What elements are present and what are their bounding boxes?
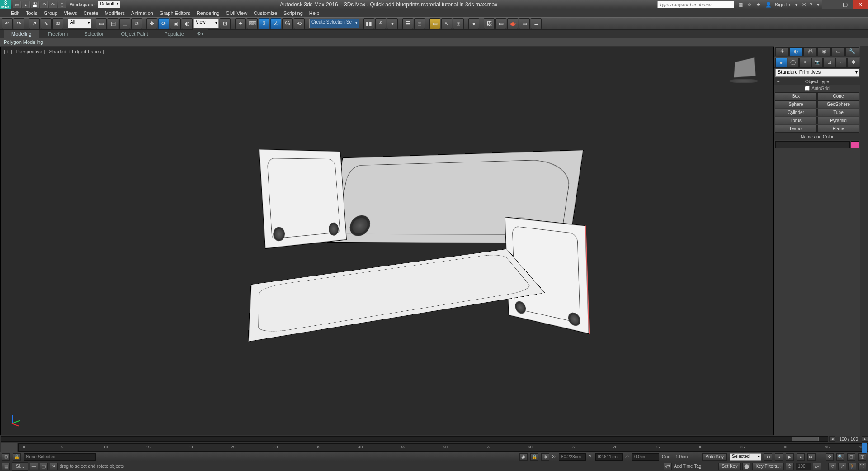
help-icon[interactable]: ? (807, 1, 815, 8)
keymode-dropdown[interactable]: Selected (730, 453, 761, 461)
menu-edit[interactable]: Edit (11, 10, 19, 16)
cmdtab-motion-icon[interactable]: ◉ (817, 47, 831, 56)
redo-icon[interactable]: ↷ (49, 1, 57, 8)
timeline-slider-handle[interactable] (1, 443, 17, 452)
open-icon[interactable]: ▸ (22, 1, 30, 8)
nav-fov-icon[interactable]: ◫ (858, 453, 866, 461)
tab-objectpaint[interactable]: Object Paint (113, 30, 156, 38)
align-icon[interactable]: ≚ (375, 18, 386, 29)
prim-pyramid[interactable]: Pyramid (817, 117, 859, 124)
cmdtab-hierarchy-icon[interactable]: 品 (803, 47, 817, 56)
minimize-button[interactable]: — (822, 0, 837, 9)
task-app-button[interactable]: SI... (12, 462, 28, 471)
signin-chevron-icon[interactable]: ▾ (793, 1, 800, 8)
select-object-icon[interactable]: ▭ (96, 18, 107, 29)
goto-start-icon[interactable]: ⏮ (764, 453, 772, 461)
material-editor-icon[interactable]: ● (468, 18, 479, 29)
nav-orbit-icon[interactable]: ⟲ (828, 463, 836, 470)
menu-rendering[interactable]: Rendering (197, 10, 220, 16)
addtimetag-label[interactable]: Add Time Tag (674, 464, 701, 469)
tab-freeform[interactable]: Freeform (40, 30, 76, 38)
toggle-ribbon-icon[interactable]: ▭ (429, 18, 440, 29)
save-icon[interactable]: 💾 (31, 1, 39, 8)
menu-grapheditors[interactable]: Graph Editors (160, 10, 190, 16)
bind-icon[interactable]: ≋ (52, 18, 63, 29)
scale-icon[interactable]: ▣ (170, 18, 181, 29)
setkey-button[interactable]: Set Key (718, 463, 741, 470)
object-color-swatch[interactable] (851, 141, 859, 148)
tab-selection[interactable]: Selection (76, 30, 112, 38)
link-icon[interactable]: ⇗ (29, 18, 40, 29)
nav-maximize-icon[interactable]: ⛶ (858, 463, 866, 470)
user-icon[interactable]: 👤 (765, 1, 772, 8)
timeconfig-icon[interactable]: ⏱ (786, 463, 794, 470)
new-icon[interactable]: ▭ (13, 1, 21, 8)
unlink-icon[interactable]: ⇘ (41, 18, 52, 29)
prim-sphere[interactable]: Sphere (775, 100, 817, 108)
snap-toggle-icon[interactable]: 3 (259, 18, 269, 29)
isolate-icon[interactable]: ◉ (519, 453, 528, 461)
mirror-icon[interactable]: ▮▮ (363, 18, 374, 29)
close-button[interactable]: ✕ (853, 0, 868, 9)
ribbon-settings-icon[interactable]: ⚙▾ (193, 29, 208, 38)
selection-filter-dropdown[interactable]: All (68, 19, 91, 28)
prim-tube[interactable]: Tube (817, 109, 859, 116)
lock-icon[interactable]: 🔒 (13, 453, 21, 461)
angle-snap-icon[interactable]: ∠ (270, 18, 281, 29)
nav-dolly-icon[interactable]: ⤢ (838, 463, 846, 470)
play-icon[interactable]: ▶ (786, 453, 794, 461)
x-field[interactable]: 80.223cm (559, 453, 586, 461)
align-flyout-icon[interactable]: ▾ (387, 18, 398, 29)
subcat-helpers-icon[interactable]: ⊡ (823, 58, 835, 67)
blueprint-plane-top[interactable] (248, 249, 545, 342)
autokey-button[interactable]: Auto Key (702, 453, 727, 461)
menu-civilview[interactable]: Civil View (226, 10, 247, 16)
viewport-label[interactable]: [ + ] [ Perspective ] [ Shaded + Edged F… (4, 49, 104, 54)
subcat-shapes-icon[interactable]: ◯ (788, 58, 799, 67)
nav-zoom-icon[interactable]: 🔍 (836, 453, 844, 461)
y-field[interactable]: 92.611cm (595, 453, 623, 461)
category-dropdown[interactable]: Standard Primitives (775, 69, 859, 77)
search-input[interactable] (657, 1, 734, 8)
exchange-icon[interactable]: ✕ (800, 1, 807, 8)
cmdtab-display-icon[interactable]: ▭ (831, 47, 845, 56)
curve-editor-icon[interactable]: ∿ (441, 18, 452, 29)
subcat-geometry-icon[interactable]: ● (775, 58, 787, 67)
undo-button[interactable]: ↶ (2, 18, 13, 29)
subcat-lights-icon[interactable]: ✦ (799, 58, 811, 67)
selection-lock-icon[interactable]: 🔒 (530, 453, 538, 461)
favorites-icon[interactable]: ★ (755, 1, 762, 8)
rollout-name-color[interactable]: Name and Color (774, 133, 860, 140)
nav-zoomall-icon[interactable]: ⊡ (847, 453, 855, 461)
hscroll-thumb[interactable] (792, 437, 819, 441)
viewcube[interactable] (728, 55, 760, 82)
viewport-perspective[interactable]: [ + ] [ Perspective ] [ Shaded + Edged F… (0, 47, 774, 435)
window-crossing-icon[interactable]: ⧉ (131, 18, 142, 29)
frame-spinner-icon[interactable]: ▵▿ (813, 463, 821, 470)
rotate-icon[interactable]: ⟳ (158, 18, 169, 29)
keyfilters-button[interactable]: Key Filters... (752, 463, 784, 470)
cmdtab-utilities-icon[interactable]: 🔧 (845, 47, 859, 56)
autogrid-checkbox[interactable] (805, 86, 810, 91)
subcat-spacewarps-icon[interactable]: ≈ (835, 58, 847, 67)
setkey-big-icon[interactable]: ⬤ (742, 463, 750, 470)
render-online-icon[interactable]: ☁ (531, 18, 542, 29)
coord-display-icon[interactable]: ⊕ (541, 453, 549, 461)
task-close-icon[interactable]: ✕ (50, 463, 58, 470)
timeline-cursor[interactable] (862, 443, 867, 453)
ribbon-panel[interactable]: Polygon Modeling (0, 38, 868, 46)
prev-frame-icon[interactable]: ◂ (775, 453, 783, 461)
menu-group[interactable]: Group (44, 10, 58, 16)
help-chevron-icon[interactable]: ▾ (815, 1, 822, 8)
subcat-systems-icon[interactable]: ✲ (847, 58, 859, 67)
workspace-dropdown[interactable]: Default (98, 1, 120, 8)
layer-explorer-icon[interactable]: ⊟ (414, 18, 425, 29)
menu-scripting[interactable]: Scripting (283, 10, 303, 16)
prim-geosphere[interactable]: GeoSphere (817, 100, 859, 108)
manipulate-icon[interactable]: ✦ (235, 18, 246, 29)
pivot-icon[interactable]: ⊡ (220, 18, 231, 29)
placement-icon[interactable]: ◐ (182, 18, 193, 29)
named-selection-dropdown[interactable]: Create Selection Se (309, 19, 359, 28)
z-field[interactable]: 0.0cm (632, 453, 659, 461)
nav-walk-icon[interactable]: 🚶 (848, 463, 856, 470)
